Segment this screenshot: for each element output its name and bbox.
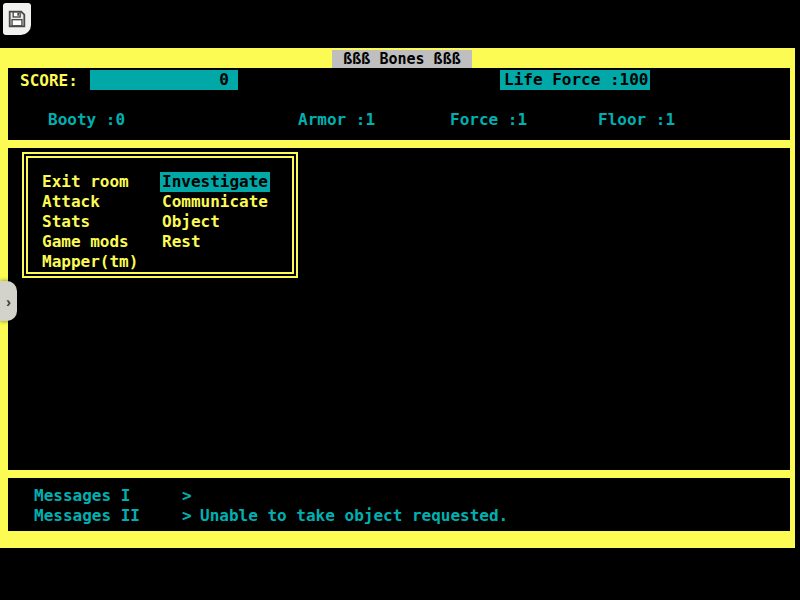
- message-label: Messages I: [34, 486, 130, 506]
- message-prompt: >: [182, 506, 192, 526]
- game-area: Exit room Attack Stats Game mods Mapper(…: [8, 148, 790, 470]
- menu-column-right: Investigate Communicate Object Rest: [160, 172, 270, 252]
- menu-item-investigate[interactable]: Investigate: [160, 172, 270, 192]
- message-prompt: >: [182, 486, 192, 506]
- life-force-badge: Life Force :100: [500, 70, 650, 90]
- score-bar: 0: [90, 70, 238, 90]
- stat-armor: Armor :1: [298, 110, 375, 130]
- menu-item-mapper[interactable]: Mapper(tm): [40, 252, 140, 272]
- action-menu: Exit room Attack Stats Game mods Mapper(…: [22, 152, 298, 278]
- stat-booty: Booty :0: [48, 110, 125, 130]
- menu-item-exit-room[interactable]: Exit room: [40, 172, 131, 192]
- menu-item-communicate[interactable]: Communicate: [160, 192, 270, 212]
- stat-floor: Floor :1: [598, 110, 675, 130]
- menu-item-attack[interactable]: Attack: [40, 192, 102, 212]
- messages-panel: Messages I > Messages II > Unable to tak…: [8, 478, 790, 531]
- game-title: ßßß Bones ßßß: [332, 50, 472, 68]
- action-menu-border: Exit room Attack Stats Game mods Mapper(…: [26, 156, 294, 274]
- message-row: Messages II > Unable to take object requ…: [8, 506, 790, 526]
- hud-panel: SCORE: 0 Life Force :100 Booty :0 Armor …: [8, 68, 790, 140]
- menu-item-stats[interactable]: Stats: [40, 212, 92, 232]
- score-value: 0: [219, 70, 229, 89]
- floppy-disk-icon: [8, 10, 26, 28]
- message-text: Unable to take object requested.: [200, 506, 508, 526]
- score-label: SCORE:: [20, 71, 78, 91]
- menu-item-rest[interactable]: Rest: [160, 232, 203, 252]
- save-button[interactable]: [3, 3, 31, 35]
- menu-item-game-mods[interactable]: Game mods: [40, 232, 131, 252]
- side-panel-toggle[interactable]: ›: [0, 281, 17, 321]
- menu-column-left: Exit room Attack Stats Game mods Mapper(…: [40, 172, 140, 272]
- menu-item-object[interactable]: Object: [160, 212, 222, 232]
- chevron-right-icon: ›: [6, 293, 11, 310]
- message-row: Messages I >: [8, 486, 790, 506]
- message-label: Messages II: [34, 506, 140, 526]
- stat-force: Force :1: [450, 110, 527, 130]
- game-screen: ßßß Bones ßßß SCORE: 0 Life Force :100 B…: [0, 0, 800, 600]
- game-frame: ßßß Bones ßßß SCORE: 0 Life Force :100 B…: [0, 48, 795, 548]
